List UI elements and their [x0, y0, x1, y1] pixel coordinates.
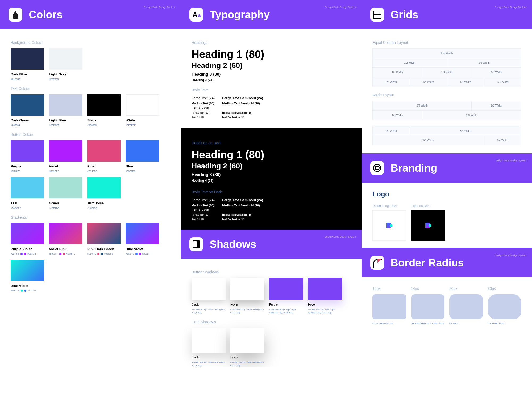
- radius-px: 20px: [449, 286, 483, 291]
- colors-title: Colors: [29, 9, 63, 21]
- radius-card: 30px For primary button: [488, 286, 522, 324]
- gradient-name: Pink Dark Green: [87, 247, 121, 251]
- grids-title: Grids: [390, 9, 418, 21]
- button-shadows-row: Black box-shadow: 0px 10px 20px rgba(0, …: [192, 278, 351, 314]
- swatch-name: White: [126, 118, 159, 122]
- text-colors-row: Dark Green #205284 Light Blue #C8D0E8 Bl…: [11, 94, 170, 126]
- gradient-name: Violet Pink: [49, 247, 82, 251]
- swatch-chip: [49, 177, 82, 198]
- swatch-chip: [126, 140, 159, 162]
- shadow-code: box-shadow: 0px 10px 20px rgba(0, 0, 0, …: [192, 308, 226, 314]
- shadow-card: Hover box-shadow: 0px 15px 30px rgba(0, …: [230, 278, 264, 314]
- grid-quarters: 1/4 Width1/4 Width1/4 Width1/4 Width: [372, 77, 521, 87]
- radius-px: 14px: [411, 286, 445, 291]
- swatch-chip: [87, 94, 121, 116]
- gradient-swatch: Violet Pink #B01EFF #E1467C: [49, 223, 82, 255]
- shadow-icon: [189, 237, 203, 251]
- grid-icon: [370, 8, 384, 22]
- radius-title: Border Radius: [390, 257, 464, 269]
- equal-layout-label: Equal Column Layout: [372, 40, 521, 45]
- color-swatch: Teal #56CCF2: [11, 177, 44, 209]
- swatch-chip: [87, 177, 121, 198]
- radius-card: 20px For cards: [449, 286, 483, 324]
- gradient-name: Blue Violet: [126, 247, 159, 251]
- swatch-name: Pink: [87, 164, 121, 168]
- swatch-name: Turquoise: [87, 201, 121, 205]
- brand-icon: [370, 161, 384, 175]
- color-swatch: Dark Blue #212C4F: [11, 48, 44, 81]
- normal-text: Normal Text (16): [192, 112, 215, 114]
- body-dark-label: Body Text on Dark: [192, 190, 351, 194]
- swatch-name: Black: [87, 118, 121, 122]
- shadow-box: [230, 328, 264, 353]
- gradients-row: Purple Violet #7B42F6 #B01EFF Violet Pin…: [11, 223, 170, 255]
- system-tag: Design+Code Design System: [325, 6, 356, 9]
- branding-title: Branding: [390, 162, 437, 174]
- swatch-hex: #E1467C: [87, 170, 121, 172]
- radius-caption: For secondary button: [372, 322, 406, 324]
- swatch-hex: #7B42F6: [11, 170, 44, 172]
- swatch-hex: #000000: [87, 124, 121, 126]
- shadows-banner: Shadows Design+Code Design System: [181, 230, 362, 259]
- grid-1-3: 1/4 Width3/4 Width: [372, 126, 521, 136]
- system-tag: Design+Code Design System: [325, 235, 356, 238]
- drop-icon: [9, 8, 22, 22]
- radius-caption: For article's images and input fields: [411, 322, 445, 324]
- button-colors-row-2: Teal #56CCF2 Green #A6E1D5 Turquoise #14…: [11, 177, 170, 209]
- swatch-name: Light Blue: [49, 118, 82, 122]
- radius-px: 30px: [488, 286, 522, 291]
- caption-text: CAPTION (18): [192, 107, 215, 110]
- headings-dark-label: Headings on Dark: [192, 141, 351, 145]
- swatch-chip: [49, 140, 82, 162]
- h2-dark: Heading 2 (60): [192, 162, 351, 170]
- shadow-name: Black: [192, 355, 226, 359]
- swatch-hex: #B01EFF: [49, 170, 82, 172]
- small-text-dark: Small Text (13): [192, 218, 215, 220]
- small-text-semibold: Small Text Semibold (13): [222, 116, 263, 118]
- gradient-meta: #E1467C #205284: [87, 253, 121, 255]
- color-swatch: Purple #7B42F6: [11, 140, 44, 172]
- swatch-hex: #F0F3F5: [49, 78, 82, 81]
- swatch-chip: [11, 48, 44, 70]
- shadow-code: box-shadow: 0px 20px 40px rgba(0, 0, 0, …: [192, 361, 226, 367]
- button-shadows-label: Button Shadows: [192, 270, 351, 274]
- grid-half: 1/2 Width1/2 Width: [372, 58, 521, 68]
- logo-light-box: [372, 210, 406, 241]
- swatch-chip: [126, 94, 159, 116]
- system-tag: Design+Code Design System: [495, 159, 526, 162]
- shadow-card: Black box-shadow: 0px 10px 20px rgba(0, …: [192, 278, 226, 314]
- medium-text-semibold-dark: Medium Text Semibold (20): [222, 204, 263, 207]
- logo-dark: Logo on Dark: [411, 204, 445, 241]
- radius-box: [411, 294, 445, 319]
- swatch-hex: #C8D0E8: [49, 124, 82, 126]
- card-shadows-label: Card Shadows: [192, 320, 351, 324]
- shadow-box: [230, 278, 264, 300]
- shadow-name: Hover: [308, 303, 342, 306]
- normal-text-semibold-dark: Normal Text Semibold (16): [222, 214, 263, 216]
- grid-full: Full Width: [372, 48, 521, 58]
- color-swatch: Light Gray #F0F3F5: [49, 48, 82, 81]
- swatch-name: Blue: [126, 164, 159, 168]
- gradient-meta: #7B42F6 #B01EFF: [11, 253, 44, 255]
- swatch-hex: #205284: [11, 124, 44, 126]
- color-swatch: Dark Green #205284: [11, 94, 44, 126]
- gradient-chip: [126, 223, 159, 244]
- h4-sample: Heading 4 (24): [192, 78, 351, 82]
- normal-text-dark: Normal Text (16): [192, 214, 215, 216]
- color-swatch: Black #000000: [87, 94, 121, 126]
- normal-text-semibold: Normal Text Semibold (16): [222, 112, 263, 114]
- radius-icon: [370, 256, 384, 270]
- shadow-code: box-shadow: 0px 15px 30px rgba(123, 66, …: [308, 308, 342, 314]
- system-tag: Design+Code Design System: [144, 6, 175, 9]
- shadow-card: Hover box-shadow: 0px 15px 30px rgba(123…: [308, 278, 342, 314]
- swatch-name: Purple: [11, 164, 44, 168]
- shadow-card: Hover box-shadow: 0px 30px 60px rgba(0, …: [230, 328, 264, 367]
- shadow-code: box-shadow: 0px 30px 60px rgba(0, 0, 0, …: [230, 361, 264, 367]
- shadow-box: [308, 278, 342, 300]
- headings-label: Headings: [192, 40, 351, 45]
- shadow-name: Purple: [269, 303, 303, 306]
- logo-dark-box: [411, 210, 445, 241]
- gradient-chip: [87, 223, 121, 244]
- system-tag: Design+Code Design System: [495, 254, 526, 257]
- shadow-code: box-shadow: 0px 15px 30px rgba(0, 0, 0, …: [230, 308, 264, 314]
